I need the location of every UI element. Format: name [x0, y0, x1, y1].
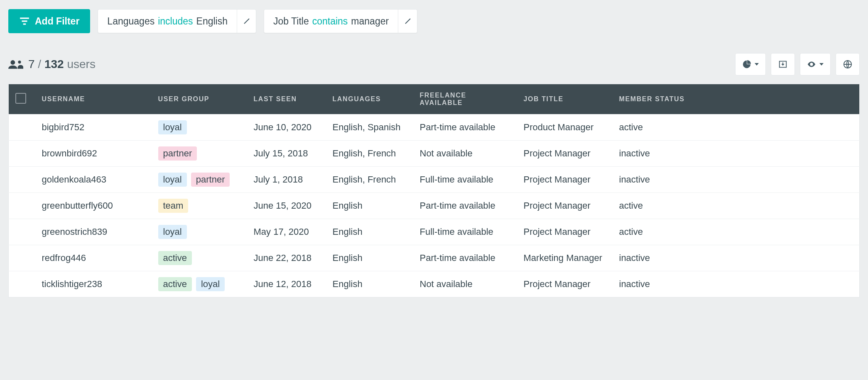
remove-filter-button[interactable]	[237, 10, 256, 33]
username-cell: redfrog446	[42, 253, 86, 263]
filter-value: English	[196, 16, 228, 27]
chevron-down-icon	[819, 63, 824, 66]
freelance-cell: Not available	[420, 148, 473, 158]
filter-field: Languages	[107, 16, 154, 27]
col-member-status[interactable]: MEMBER STATUS	[613, 84, 860, 114]
group-tags: partner	[158, 146, 240, 161]
member-status-cell: active	[619, 122, 643, 132]
filter-field: Job Title	[273, 16, 309, 27]
last-seen-cell: June 10, 2020	[254, 122, 311, 132]
col-user-group[interactable]: USER GROUP	[152, 84, 247, 114]
svg-rect-2	[23, 23, 26, 24]
filter-chip-label[interactable]: Job Title contains manager	[264, 10, 398, 33]
languages-cell: English	[333, 253, 363, 263]
export-button[interactable]	[771, 53, 795, 76]
filter-op: contains	[309, 16, 351, 27]
username-cell: goldenkoala463	[42, 174, 106, 185]
col-username[interactable]: USERNAME	[35, 84, 152, 114]
filter-value: manager	[351, 16, 389, 27]
add-filter-button[interactable]: Add Filter	[8, 9, 90, 33]
close-icon	[405, 18, 411, 24]
svg-point-6	[18, 61, 21, 63]
member-status-cell: inactive	[619, 174, 650, 185]
table-row[interactable]: greenbutterfly600 team June 15, 2020 Eng…	[9, 193, 860, 219]
job-title-cell: Project Manager	[524, 279, 591, 289]
languages-cell: English, French	[333, 174, 396, 185]
job-title-cell: Project Manager	[524, 227, 591, 237]
freelance-cell: Full-time available	[420, 174, 493, 185]
users-icon	[8, 58, 23, 70]
job-title-cell: Project Manager	[524, 200, 591, 211]
remove-filter-button[interactable]	[398, 10, 417, 33]
last-seen-cell: May 17, 2020	[254, 227, 309, 237]
svg-line-4	[405, 19, 410, 24]
member-status-cell: active	[619, 200, 643, 211]
table-row[interactable]: bigbird752 loyal June 10, 2020 English, …	[9, 114, 860, 141]
chevron-down-icon	[755, 63, 759, 66]
member-status-cell: inactive	[619, 253, 650, 263]
group-tag: loyal	[196, 277, 225, 291]
last-seen-cell: June 15, 2020	[254, 200, 311, 211]
col-job-title[interactable]: JOB TITLE	[517, 84, 613, 114]
filter-chip: Languages includes English	[98, 9, 256, 33]
group-tag: active	[158, 277, 192, 291]
count-sep: /	[38, 58, 41, 71]
table-row[interactable]: ticklishtiger238 activeloyal June 12, 20…	[9, 271, 860, 297]
filter-chip-label[interactable]: Languages includes English	[98, 10, 237, 33]
users-table: USERNAME USER GROUP LAST SEEN LANGUAGES …	[8, 84, 860, 297]
job-title-cell: Project Manager	[524, 148, 591, 158]
public-share-button[interactable]	[836, 53, 860, 76]
filter-op: includes	[154, 16, 196, 27]
languages-cell: English	[333, 200, 363, 211]
group-tags: loyal	[158, 225, 240, 239]
username-cell: greenostrich839	[42, 227, 108, 237]
count-total: 132	[44, 58, 64, 71]
languages-cell: English	[333, 227, 363, 237]
table-row[interactable]: greenostrich839 loyal May 17, 2020 Engli…	[9, 219, 860, 245]
username-cell: greenbutterfly600	[42, 200, 113, 211]
username-cell: brownbird692	[42, 148, 97, 158]
member-status-cell: inactive	[619, 148, 650, 158]
group-tags: loyalpartner	[158, 173, 240, 187]
group-tag: active	[158, 251, 192, 265]
freelance-cell: Full-time available	[420, 227, 493, 237]
last-seen-cell: July 15, 2018	[254, 148, 308, 158]
username-cell: bigbird752	[42, 122, 85, 132]
columns-visibility-dropdown[interactable]	[800, 53, 831, 76]
last-seen-cell: June 22, 2018	[254, 253, 311, 263]
filter-chip: Job Title contains manager	[264, 9, 417, 33]
count-filtered: 7	[28, 58, 35, 71]
group-tag: team	[158, 199, 189, 213]
pie-chart-icon	[742, 60, 751, 69]
table-row[interactable]: redfrog446 active June 22, 2018 English …	[9, 245, 860, 271]
last-seen-cell: July 1, 2018	[254, 174, 303, 185]
close-icon	[243, 18, 250, 24]
table-row[interactable]: goldenkoala463 loyalpartner July 1, 2018…	[9, 167, 860, 193]
job-title-cell: Product Manager	[524, 122, 594, 132]
languages-cell: English, Spanish	[333, 122, 401, 132]
svg-line-3	[244, 19, 249, 24]
languages-cell: English	[333, 279, 363, 289]
group-tag: loyal	[158, 173, 187, 187]
username-cell: ticklishtiger238	[42, 279, 103, 289]
member-status-cell: active	[619, 227, 643, 237]
filter-bar: Add Filter Languages includes English Jo…	[8, 9, 860, 33]
globe-icon	[843, 60, 852, 69]
languages-cell: English, French	[333, 148, 396, 158]
add-filter-label: Add Filter	[35, 16, 79, 27]
group-tag: partner	[191, 173, 230, 187]
select-all-checkbox[interactable]	[15, 93, 26, 104]
segment-chart-dropdown[interactable]	[735, 53, 766, 76]
job-title-cell: Marketing Manager	[524, 253, 603, 263]
group-tag: loyal	[158, 225, 187, 239]
group-tag: loyal	[158, 120, 187, 134]
col-languages[interactable]: LANGUAGES	[326, 84, 413, 114]
table-row[interactable]: brownbird692 partner July 15, 2018 Engli…	[9, 141, 860, 167]
count-suffix: users	[67, 58, 95, 71]
col-freelance[interactable]: FREELANCE AVAILABLE	[413, 84, 517, 114]
job-title-cell: Project Manager	[524, 174, 591, 185]
export-icon	[778, 60, 787, 69]
last-seen-cell: June 12, 2018	[254, 279, 311, 289]
col-last-seen[interactable]: LAST SEEN	[247, 84, 326, 114]
freelance-cell: Part-time available	[420, 253, 495, 263]
